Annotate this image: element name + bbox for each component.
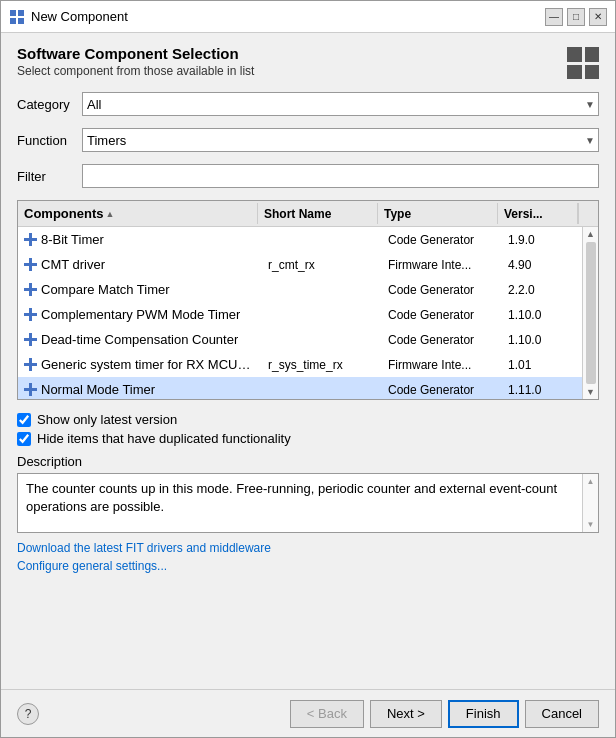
function-select[interactable]: Timers Communication Security [82,128,599,152]
hide-duplicates-checkbox[interactable] [17,432,31,446]
table-body: 8-Bit TimerCode Generator1.9.0CMT driver… [18,227,582,399]
component-cross-icon [24,308,37,321]
svg-rect-0 [10,10,16,16]
description-text: The counter counts up in this mode. Free… [26,481,557,514]
minimize-button[interactable]: — [545,8,563,26]
category-select[interactable]: All Drivers FIT Modules Middleware [82,92,599,116]
component-name: Generic system timer for RX MCUs u... [41,357,256,372]
configure-link[interactable]: Configure general settings... [17,559,599,573]
col-type: Type [378,203,498,224]
col-version: Versi... [498,203,578,224]
app-logo [567,47,599,79]
finish-button[interactable]: Finish [448,700,519,728]
version-cell: 1.10.0 [502,329,582,350]
short-name-cell [262,279,382,300]
component-cross-icon [24,258,37,271]
table-row[interactable]: CMT driverr_cmt_rxFirmware Inte...4.90 [18,252,582,277]
cancel-button[interactable]: Cancel [525,700,599,728]
table-row[interactable]: Normal Mode TimerCode Generator1.11.0 [18,377,582,399]
svg-rect-15 [24,338,37,341]
category-row: Category All Drivers FIT Modules Middlew… [17,92,599,116]
footer-buttons: < Back Next > Finish Cancel [290,700,599,728]
component-cross-icon [24,283,37,296]
col-components: Components ▲ [18,203,258,224]
version-cell: 1.9.0 [502,229,582,250]
component-cross-icon [24,383,37,396]
svg-rect-17 [24,363,37,366]
category-label: Category [17,97,82,112]
section-subtitle: Select component from those available in… [17,64,254,78]
component-name: Normal Mode Timer [41,382,155,397]
component-name-cell: Dead-time Compensation Counter [18,329,262,350]
svg-rect-19 [24,388,37,391]
table-row[interactable]: Generic system timer for RX MCUs u...r_s… [18,352,582,377]
desc-scrollbar[interactable]: ▲ ▼ [582,474,598,532]
svg-rect-2 [10,18,16,24]
short-name-cell: r_cmt_rx [262,254,382,275]
components-table: Components ▲ Short Name Type Versi... 8-… [17,200,599,400]
title-bar: New Component — □ ✕ [1,1,615,33]
checkboxes-area: Show only latest version Hide items that… [17,412,599,446]
sort-arrow-components: ▲ [105,209,114,219]
svg-rect-3 [18,18,24,24]
show-latest-checkbox[interactable] [17,413,31,427]
component-name: Compare Match Timer [41,282,170,297]
filter-row: Filter [17,164,599,188]
hide-duplicates-row: Hide items that have duplicated function… [17,431,599,446]
content-area: Software Component Selection Select comp… [1,33,615,689]
back-button[interactable]: < Back [290,700,364,728]
maximize-button[interactable]: □ [567,8,585,26]
short-name-cell [262,379,382,399]
component-name-cell: Complementary PWM Mode Timer [18,304,262,325]
table-row[interactable]: Dead-time Compensation CounterCode Gener… [18,327,582,352]
function-select-wrapper: Timers Communication Security ▼ [82,128,599,152]
svg-rect-7 [24,238,37,241]
show-latest-label: Show only latest version [37,412,177,427]
filter-input[interactable] [82,164,599,188]
scroll-header-spacer [578,203,594,224]
logo-cell-1 [567,47,582,62]
type-cell: Firmware Inte... [382,254,502,275]
type-cell: Code Generator [382,379,502,399]
type-cell: Firmware Inte... [382,354,502,375]
type-cell: Code Generator [382,329,502,350]
vertical-scrollbar[interactable]: ▲ ▼ [582,227,598,399]
show-latest-row: Show only latest version [17,412,599,427]
svg-rect-13 [24,313,37,316]
short-name-cell [262,304,382,325]
footer: ? < Back Next > Finish Cancel [1,689,615,737]
scroll-thumb[interactable] [586,242,596,384]
window-icon [9,9,25,25]
type-cell: Code Generator [382,304,502,325]
header-text: Software Component Selection Select comp… [17,45,254,84]
main-window: New Component — □ ✕ Software Component S… [0,0,616,738]
filter-label: Filter [17,169,82,184]
title-controls: — □ ✕ [545,8,607,26]
content-spacer [17,581,599,677]
next-button[interactable]: Next > [370,700,442,728]
download-link[interactable]: Download the latest FIT drivers and midd… [17,541,599,555]
table-row[interactable]: 8-Bit TimerCode Generator1.9.0 [18,227,582,252]
description-box: The counter counts up in this mode. Free… [17,473,599,533]
desc-scroll-up[interactable]: ▲ [587,476,595,487]
svg-rect-1 [18,10,24,16]
table-row[interactable]: Complementary PWM Mode TimerCode Generat… [18,302,582,327]
close-button[interactable]: ✕ [589,8,607,26]
hide-duplicates-label: Hide items that have duplicated function… [37,431,291,446]
description-label: Description [17,454,599,469]
scroll-down-arrow[interactable]: ▼ [586,387,595,397]
logo-cell-4 [585,65,600,80]
help-button[interactable]: ? [17,703,39,725]
type-cell: Code Generator [382,229,502,250]
short-name-cell: r_sys_time_rx [262,354,382,375]
logo-cell-2 [585,47,600,62]
version-cell: 1.10.0 [502,304,582,325]
desc-scroll-down[interactable]: ▼ [587,519,595,530]
version-cell: 4.90 [502,254,582,275]
component-cross-icon [24,333,37,346]
scroll-up-arrow[interactable]: ▲ [586,229,595,239]
table-row[interactable]: Compare Match TimerCode Generator2.2.0 [18,277,582,302]
component-name-cell: Generic system timer for RX MCUs u... [18,354,262,375]
header-area: Software Component Selection Select comp… [17,45,599,84]
links-area: Download the latest FIT drivers and midd… [17,541,599,573]
